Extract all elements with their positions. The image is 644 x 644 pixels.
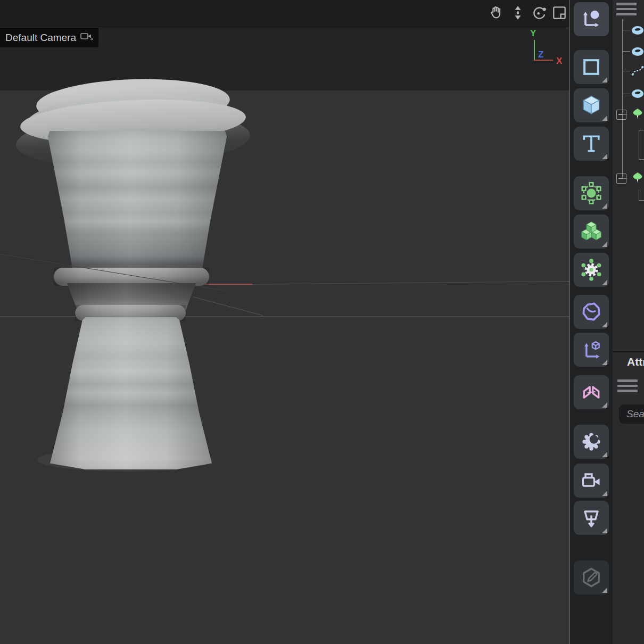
axis-cube-icon xyxy=(580,338,603,361)
move-tool-button[interactable] xyxy=(574,2,609,36)
attributes-panel-title: Attr xyxy=(627,356,644,368)
flyout-triangle xyxy=(602,402,607,408)
annotate-pencil-button[interactable] xyxy=(574,560,609,595)
tree-collapse-toggle[interactable] xyxy=(616,174,626,184)
tree-branch-line xyxy=(622,71,630,71)
tree-child-line xyxy=(639,189,639,201)
flyout-triangle xyxy=(602,242,607,247)
torus-object-icon[interactable] xyxy=(630,86,644,101)
tree-branch-line xyxy=(622,30,630,30)
generator-gear-button[interactable] xyxy=(574,253,609,287)
tool-palette xyxy=(569,0,613,644)
orbit-rotate-icon xyxy=(531,4,548,23)
model-waist-funnel xyxy=(67,283,196,314)
tree-child-line xyxy=(639,130,639,160)
torus-object-icon[interactable] xyxy=(630,23,644,38)
move-icon xyxy=(580,7,603,31)
flyout-triangle xyxy=(602,115,607,121)
camera-button[interactable] xyxy=(574,464,609,498)
camera-label-text: Default Camera xyxy=(5,32,76,44)
flyout-triangle xyxy=(602,203,607,209)
subdivision-surface-button[interactable] xyxy=(574,176,609,210)
attributes-menu-button[interactable] xyxy=(617,379,638,395)
flyout-triangle xyxy=(602,322,607,327)
lathe-object-icon[interactable] xyxy=(630,107,644,122)
vertical-arrows-icon xyxy=(509,4,526,23)
bend-deformer-button[interactable] xyxy=(574,295,609,329)
symmetry-button[interactable] xyxy=(574,375,609,409)
x-axis-red-line xyxy=(198,284,252,285)
panel-divider xyxy=(613,351,644,352)
pan-view-button[interactable] xyxy=(487,4,506,23)
flyout-triangle xyxy=(602,360,607,365)
dolly-zoom-button[interactable] xyxy=(508,4,527,23)
viewport-toolbar xyxy=(0,0,569,28)
axis-z-label: Z xyxy=(538,49,543,60)
camera-label[interactable]: Default Camera xyxy=(0,28,98,47)
torus-object-icon[interactable] xyxy=(630,44,644,59)
text-spline-button[interactable] xyxy=(574,127,609,161)
tree-branch-line xyxy=(622,51,630,52)
maximize-view-button[interactable] xyxy=(550,4,569,23)
symmetry-icon xyxy=(580,381,603,404)
model-upper-bucket xyxy=(48,131,227,273)
tree-child-line xyxy=(639,130,644,130)
subdivision-surface-icon xyxy=(580,181,603,205)
spline-object-icon[interactable] xyxy=(630,63,644,78)
model-rim-underside xyxy=(15,108,251,172)
axis-x-label: X xyxy=(556,56,562,67)
lathe-object-icon[interactable] xyxy=(630,171,644,186)
camera-select-icon[interactable] xyxy=(80,31,94,44)
model-waist-ring-upper xyxy=(54,268,209,286)
axis-transform-button[interactable] xyxy=(574,333,609,367)
flyout-triangle xyxy=(602,588,607,593)
hand-icon xyxy=(488,4,505,23)
lathed-goblet-object xyxy=(0,0,569,644)
flyout-triangle xyxy=(602,528,607,533)
gear-nodes-icon xyxy=(580,258,603,282)
light-button[interactable] xyxy=(574,425,609,459)
sun-moon-light-icon xyxy=(580,430,603,453)
grid-diagonal-left xyxy=(0,254,226,291)
rectangle-select-icon xyxy=(580,55,603,79)
tree-collapse-toggle[interactable] xyxy=(616,110,626,120)
tree-branch-line xyxy=(622,94,630,94)
axis-y-line xyxy=(534,40,535,60)
model-lower-skirt xyxy=(50,317,212,469)
grid-diagonal-right xyxy=(193,296,262,316)
model-waist-ring-lower xyxy=(75,305,186,321)
tree-child-line xyxy=(639,159,644,160)
attributes-search-input[interactable] xyxy=(619,404,644,424)
object-manager-menu-button[interactable] xyxy=(616,3,637,18)
stage-button[interactable] xyxy=(574,501,609,535)
tree-child-line xyxy=(639,200,644,201)
axis-gizmo: Y Z X xyxy=(524,28,567,73)
maximize-view-icon xyxy=(551,4,568,23)
3d-viewport[interactable]: Default Camera Y Z X xyxy=(0,0,569,644)
orbit-view-button[interactable] xyxy=(530,4,549,23)
volume-builder-icon xyxy=(580,220,603,243)
model-base-shadow xyxy=(37,448,213,472)
tree-trunk-line xyxy=(622,19,623,179)
volume-builder-button[interactable] xyxy=(574,214,609,249)
text-tool-icon xyxy=(580,132,603,155)
flyout-triangle xyxy=(602,280,607,285)
stage-floor-icon xyxy=(580,506,603,530)
flyout-triangle xyxy=(602,491,607,496)
grid-horizon-line xyxy=(0,316,569,317)
grid-line-right xyxy=(250,281,569,285)
rectangle-select-button[interactable] xyxy=(574,50,609,84)
flyout-triangle xyxy=(602,452,607,457)
axis-y-label: Y xyxy=(530,28,536,39)
pencil-hexagon-icon xyxy=(580,566,603,589)
flyout-triangle xyxy=(602,154,607,159)
cube-icon xyxy=(580,94,603,117)
model-rim xyxy=(19,95,246,148)
object-manager-panel: Attr xyxy=(613,0,644,644)
model-cap-step xyxy=(26,91,239,150)
flyout-triangle xyxy=(602,77,607,82)
bend-deformer-icon xyxy=(580,300,603,324)
primitive-cube-button[interactable] xyxy=(574,88,609,122)
camera-icon xyxy=(580,469,603,492)
